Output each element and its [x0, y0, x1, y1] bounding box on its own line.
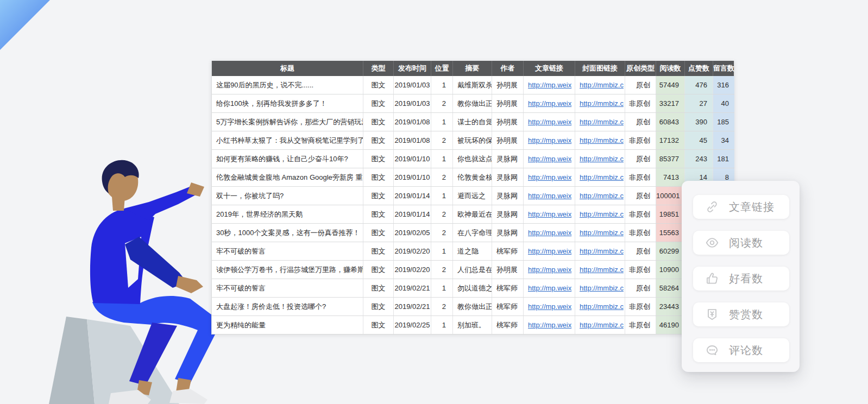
article-link[interactable]: http://mp.weix [524, 224, 575, 242]
article-link[interactable]: http://mp.weix [524, 113, 575, 131]
table-row: 牢不可破的誓言图文2019/02/211勿以道德之名桃军师http://mp.w… [212, 279, 734, 298]
column-header-date: 发布时间 [394, 61, 431, 76]
table-row: 小红书种草太狠了：我从交智商税笔记里学到了爆款套图文2019/01/082被玩坏… [212, 131, 734, 150]
table-row: 大盘起涨！房价走低！投资选哪个?图文2019/02/212教你做出正确桃军师ht… [212, 298, 734, 316]
menu-item-comment-count[interactable]: 评论数 [693, 338, 789, 362]
cell-pos: 1 [431, 316, 453, 334]
menu-item-read-count[interactable]: 阅读数 [693, 231, 789, 255]
menu-item-reward-count[interactable]: 赞赏数 [693, 302, 789, 326]
cell-pos: 2 [431, 94, 453, 112]
cover-link[interactable]: http://mmbiz.c [575, 150, 625, 168]
article-link[interactable]: http://mp.weix [524, 150, 575, 168]
cell-title: 牢不可破的誓言 [212, 242, 363, 260]
cell-pos: 2 [431, 131, 453, 149]
cell-original: 原创 [625, 150, 656, 168]
cell-original: 非原创 [625, 261, 656, 279]
cover-link[interactable]: http://mmbiz.c [575, 279, 625, 297]
column-header-original: 原创类型 [625, 61, 656, 76]
cell-date: 2019/01/08 [394, 131, 431, 149]
cell-pos: 2 [431, 261, 453, 279]
cell-summary: 人们总是在迎 [453, 261, 492, 279]
cell-comments: 185 [713, 113, 734, 131]
cell-author: 灵脉网 [492, 150, 524, 168]
article-link[interactable]: http://mp.weix [524, 187, 575, 205]
cell-original: 原创 [625, 279, 656, 297]
cover-link[interactable]: http://mmbiz.c [575, 242, 625, 260]
cell-pos: 1 [431, 150, 453, 168]
table-row: 30秒，1000个文案灵感，这有一份真香推荐！图文2019/02/052在八字命… [212, 224, 734, 242]
cell-author: 灵脉网 [492, 187, 524, 205]
thumb-up-icon [705, 272, 719, 286]
cell-reads: 7413 [656, 168, 685, 186]
cell-type: 图文 [363, 76, 394, 94]
article-link[interactable]: http://mp.weix [524, 279, 575, 297]
column-header-title: 标题 [212, 61, 363, 76]
cover-link[interactable]: http://mmbiz.c [575, 113, 625, 131]
cell-date: 2019/01/14 [394, 187, 431, 205]
column-header-comments: 留言数 [713, 61, 734, 76]
column-header-author: 作者 [492, 61, 524, 76]
column-header-pos: 位置 [431, 61, 453, 76]
cell-pos: 1 [431, 187, 453, 205]
cell-type: 图文 [363, 279, 394, 297]
cell-original: 原创 [625, 76, 656, 94]
cover-link[interactable]: http://mmbiz.c [575, 261, 625, 279]
menu-item-article-link[interactable]: 文章链接 [693, 195, 789, 219]
cell-date: 2019/01/08 [394, 113, 431, 131]
cover-link[interactable]: http://mmbiz.c [575, 205, 625, 223]
article-link[interactable]: http://mp.weix [524, 242, 575, 260]
cell-summary: 避而远之 [453, 187, 492, 205]
articles-table: 标题类型发布时间位置摘要作者文章链接封面图链接原创类型阅读数点赞数留言数 这届9… [211, 61, 734, 334]
cell-type: 图文 [363, 224, 394, 242]
cell-type: 图文 [363, 242, 394, 260]
export-fields-panel: 文章链接阅读数好看数赞赏数评论数 [682, 181, 800, 372]
comment-icon [705, 343, 719, 357]
cover-link[interactable]: http://mmbiz.c [575, 298, 625, 315]
article-link[interactable]: http://mp.weix [524, 261, 575, 279]
cell-reads: 60299 [656, 242, 685, 260]
cell-summary: 欧神最近在吐 [453, 205, 492, 223]
cover-link[interactable]: http://mmbiz.c [575, 168, 625, 186]
cell-title: 更为精纯的能量 [212, 316, 363, 334]
table-row: 读伊顿公学万卷书，行温莎城堡万里路，赚希斯罗机场图文2019/02/202人们总… [212, 261, 734, 279]
article-link[interactable]: http://mp.weix [524, 94, 575, 112]
cell-reads: 33217 [656, 94, 685, 112]
article-link[interactable]: http://mp.weix [524, 316, 575, 334]
cover-link[interactable]: http://mmbiz.c [575, 316, 625, 334]
table-row: 5万字增长案例拆解告诉你，那些大厂的营销玩法不过如图文2019/01/081谋士… [212, 113, 734, 131]
article-link[interactable]: http://mp.weix [524, 205, 575, 223]
cell-pos: 2 [431, 168, 453, 186]
cell-title: 双十一，你被坑了吗? [212, 187, 363, 205]
menu-item-like-count[interactable]: 好看数 [693, 267, 789, 291]
column-header-likes: 点赞数 [685, 61, 713, 76]
cover-link[interactable]: http://mmbiz.c [575, 76, 625, 94]
cover-link[interactable]: http://mmbiz.c [575, 94, 625, 112]
cell-author: 孙明展 [492, 113, 524, 131]
cell-original: 原创 [625, 242, 656, 260]
menu-item-label: 赞赏数 [729, 307, 763, 322]
cell-original: 非原创 [625, 316, 656, 334]
article-link[interactable]: http://mp.weix [524, 298, 575, 315]
table-row: 给你100块，别再给我发拼多多了！图文2019/01/032教你做出正确孙明展h… [212, 94, 734, 113]
cover-link[interactable]: http://mmbiz.c [575, 224, 625, 242]
person-illustration [42, 156, 222, 404]
cell-summary: 伦敦黄金核心 [453, 168, 492, 186]
cover-link[interactable]: http://mmbiz.c [575, 131, 625, 149]
cell-comments: 181 [713, 150, 734, 168]
cell-original: 非原创 [625, 168, 656, 186]
cover-link[interactable]: http://mmbiz.c [575, 187, 625, 205]
article-link[interactable]: http://mp.weix [524, 131, 575, 149]
column-header-type: 类型 [363, 61, 394, 76]
table-row: 2019年，世界经济的黑天鹅图文2019/01/142欧神最近在吐灵脉网http… [212, 205, 734, 224]
cell-author: 灵脉网 [492, 168, 524, 186]
table-body: 这届90后的黑历史，说不完......图文2019/01/031戴维斯双杀孙明展… [212, 76, 734, 334]
cell-summary: 教你做出正确 [453, 94, 492, 112]
table-row: 牢不可破的誓言图文2019/02/201道之隐桃军师http://mp.weix… [212, 242, 734, 261]
cell-author: 灵脉网 [492, 224, 524, 242]
cell-likes: 243 [685, 150, 713, 168]
article-link[interactable]: http://mp.weix [524, 168, 575, 186]
column-header-cover_link: 封面图链接 [575, 61, 625, 76]
reward-icon [705, 307, 719, 321]
article-link[interactable]: http://mp.weix [524, 76, 575, 94]
cell-summary: 勿以道德之名 [453, 279, 492, 297]
